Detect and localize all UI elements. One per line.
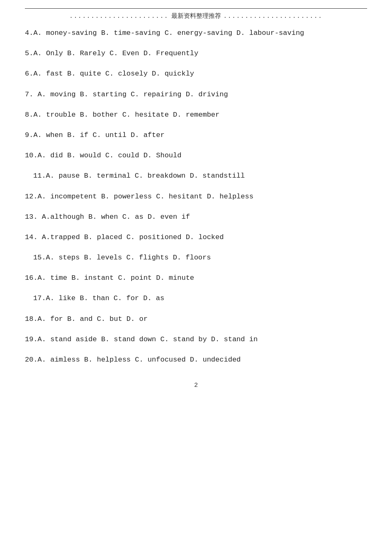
list-item: 12.A. incompetent B. powerless C. hesita… xyxy=(25,191,367,202)
list-item: 7. A. moving B. starting C. repairing D.… xyxy=(25,89,367,100)
list-item: 9.A. when B. if C. until D. after xyxy=(25,130,367,141)
list-item: 19.A. stand aside B. stand down C. stand… xyxy=(25,334,367,345)
list-item: 13. A.although B. when C. as D. even if xyxy=(25,211,367,222)
list-item: 20.A. aimless B. helpless C. unfocused D… xyxy=(25,354,367,365)
list-item: 14. A.trapped B. placed C. positioned D.… xyxy=(25,232,367,243)
list-item: 11.A. pause B. terminal C. breakdown D. … xyxy=(25,170,367,181)
header-dots-right: ....................... xyxy=(224,13,323,20)
question-list: 4.A. money-saving B. time-saving C. ener… xyxy=(25,27,367,365)
list-item: 15.A. steps B. levels C. flights D. floo… xyxy=(25,252,367,263)
header-line: ....................... 最新资料整理推荐 .......… xyxy=(25,8,367,20)
page-number: 2 xyxy=(25,382,367,389)
list-item: 4.A. money-saving B. time-saving C. ener… xyxy=(25,27,367,39)
list-item: 8.A. trouble B. bother C. hesitate D. re… xyxy=(25,109,367,120)
page-container: ....................... 最新资料整理推荐 .......… xyxy=(0,0,392,555)
list-item: 10.A. did B. would C. could D. Should xyxy=(25,150,367,161)
list-item: 17.A. like B. than C. for D. as xyxy=(25,293,367,304)
list-item: 6.A. fast B. quite C. closely D. quickly xyxy=(25,68,367,79)
header-text: 最新资料整理推荐 xyxy=(171,12,221,20)
list-item: 18.A. for B. and C. but D. or xyxy=(25,313,367,325)
header-dots-left: ....................... xyxy=(69,13,168,20)
list-item: 5.A. Only B. Rarely C. Even D. Frequentl… xyxy=(25,48,367,59)
list-item: 16.A. time B. instant C. point D. minute xyxy=(25,272,367,284)
